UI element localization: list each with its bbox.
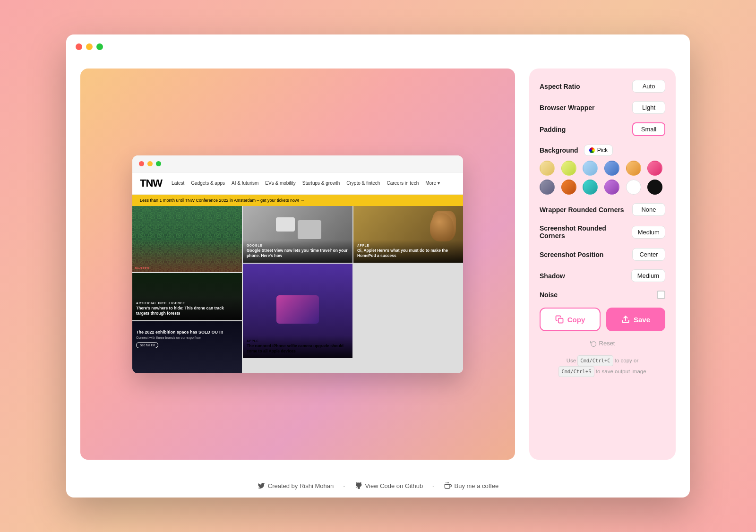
- minimize-button[interactable]: [86, 43, 93, 50]
- background-row-top: Background Pick: [540, 145, 665, 156]
- background-section: Background Pick: [540, 145, 665, 195]
- save-button[interactable]: Save: [606, 308, 665, 331]
- article-apple-man: APPLE Oi, Apple! Here's what you must do…: [353, 206, 463, 263]
- browser-wrapper-label: Browser Wrapper: [540, 104, 594, 112]
- background-label: Background: [540, 146, 578, 154]
- browser-mockup: TNW Latest Gadgets & apps AI & futurism …: [132, 155, 463, 373]
- color-swatch-12[interactable]: [647, 180, 662, 195]
- browser-website-content: TNW Latest Gadgets & apps AI & futurism …: [132, 172, 463, 373]
- color-swatch-11[interactable]: [626, 180, 641, 195]
- copy-label: Copy: [567, 316, 585, 324]
- coffee-icon: [444, 482, 452, 489]
- article-plants: 51.965%: [132, 206, 242, 272]
- color-swatch-4[interactable]: [604, 161, 619, 176]
- color-swatch-1[interactable]: [540, 161, 555, 176]
- apple-man-label: APPLE: [357, 244, 459, 247]
- shortcut-hints: Use Cmd/Ctrl+C to copy or Cmd/Ctrl+S to …: [540, 355, 665, 377]
- google-title: Google Street View now lets you 'time tr…: [247, 248, 349, 258]
- shadow-row: Shadow Medium: [540, 269, 665, 282]
- copy-button[interactable]: Copy: [540, 308, 601, 331]
- nav-more: More ▾: [425, 180, 440, 186]
- app-content: TNW Latest Gadgets & apps AI & futurism …: [66, 59, 690, 474]
- noise-checkbox[interactable]: [657, 291, 665, 299]
- screenshot-rounded-label: Screenshot Rounded Corners: [540, 224, 632, 240]
- shortcut-to-save: to save output image: [596, 369, 646, 374]
- macbook-title: The rumored iPhone selfie camera upgrade…: [247, 343, 349, 354]
- grid-col2: GOOGLE Google Street View now lets you '…: [243, 206, 352, 373]
- color-swatch-2[interactable]: [561, 161, 576, 176]
- nav-ai: AI & futurism: [232, 180, 258, 186]
- shortcut-use-text: Use: [567, 358, 576, 363]
- shortcut-cmd-s: Cmd/Ctrl+S: [558, 366, 594, 377]
- footer-twitter-link[interactable]: Created by Rishi Mohan: [258, 482, 334, 489]
- reset-button[interactable]: Reset: [590, 340, 615, 347]
- noise-label: Noise: [540, 291, 558, 299]
- browser-maximize: [156, 161, 161, 166]
- noise-row: Noise: [540, 291, 665, 299]
- maximize-button[interactable]: [96, 43, 103, 50]
- color-swatch-7[interactable]: [540, 180, 555, 195]
- article-macbook: APPLE The rumored iPhone selfie camera u…: [243, 264, 352, 358]
- shadow-control[interactable]: Medium: [631, 269, 665, 282]
- padding-row: Padding Small: [540, 122, 665, 136]
- padding-label: Padding: [540, 126, 566, 133]
- screenshot-position-control[interactable]: Center: [632, 248, 665, 261]
- color-palette: [540, 161, 665, 195]
- article-google: GOOGLE Google Street View now lets you '…: [243, 206, 352, 263]
- tnw-article-grid: 51.965% ARTIFICIAL INTELLIGENCE There's …: [132, 206, 463, 373]
- footer-buy-coffee: Buy me a coffee: [455, 482, 499, 489]
- traffic-lights: [76, 43, 103, 50]
- wrapper-rounded-control[interactable]: None: [632, 203, 665, 216]
- color-swatch-9[interactable]: [583, 180, 598, 195]
- article-drone: ARTIFICIAL INTELLIGENCE There's nowhere …: [132, 273, 242, 320]
- nav-gadgets: Gadgets & apps: [191, 180, 225, 186]
- screenshot-position-row: Screenshot Position Center: [540, 248, 665, 261]
- wrapper-rounded-label: Wrapper Rounded Corners: [540, 206, 624, 214]
- tnw-banner: Less than 1 month until TNW Conference 2…: [132, 195, 463, 206]
- footer-created-by: Created by Rishi Mohan: [268, 482, 334, 489]
- apple-man-overlay: APPLE Oi, Apple! Here's what you must do…: [353, 240, 463, 262]
- screenshot-position-label: Screenshot Position: [540, 251, 603, 258]
- close-button[interactable]: [76, 43, 82, 50]
- shadow-label: Shadow: [540, 272, 565, 280]
- footer-coffee-link[interactable]: Buy me a coffee: [444, 482, 499, 489]
- color-picker-icon: [589, 147, 595, 153]
- settings-panel: Aspect Ratio Auto Browser Wrapper Light …: [529, 69, 676, 460]
- browser-titlebar: [132, 155, 463, 172]
- copy-icon: [555, 315, 564, 324]
- nav-crypto: Crypto & fintech: [346, 180, 380, 186]
- svg-rect-0: [558, 318, 563, 323]
- action-buttons: Copy Save: [540, 308, 665, 331]
- aspect-ratio-control[interactable]: Auto: [632, 80, 665, 93]
- color-swatch-3[interactable]: [583, 161, 598, 176]
- shortcut-to-copy: to copy or: [615, 358, 639, 363]
- drone-overlay: ARTIFICIAL INTELLIGENCE There's nowhere …: [132, 298, 242, 320]
- title-bar: [66, 34, 690, 59]
- save-icon: [621, 315, 630, 324]
- drone-label: ARTIFICIAL INTELLIGENCE: [136, 301, 238, 305]
- drone-title: There's nowhere to hide: This drone can …: [136, 306, 238, 316]
- github-icon: [355, 482, 362, 489]
- tnw-logo: TNW: [140, 177, 162, 189]
- footer-github-link[interactable]: View Code on Github: [355, 482, 423, 489]
- color-swatch-6[interactable]: [647, 161, 662, 176]
- footer-sep1: -: [343, 482, 345, 489]
- padding-control[interactable]: Small: [632, 122, 665, 136]
- footer-view-code: View Code on Github: [365, 482, 423, 489]
- reset-row: Reset: [540, 340, 665, 347]
- shortcut-cmd-c: Cmd/Ctrl+C: [577, 355, 613, 366]
- browser-wrapper-row: Browser Wrapper Light: [540, 101, 665, 114]
- color-swatch-8[interactable]: [561, 180, 576, 195]
- color-swatch-10[interactable]: [604, 180, 619, 195]
- background-pick-button[interactable]: Pick: [584, 145, 613, 156]
- nav-careers: Careers in tech: [387, 180, 419, 186]
- browser-wrapper-control[interactable]: Light: [632, 101, 665, 114]
- color-swatch-5[interactable]: [626, 161, 641, 176]
- preview-area: TNW Latest Gadgets & apps AI & futurism …: [80, 69, 515, 460]
- google-label: GOOGLE: [247, 244, 349, 247]
- tnw-header: TNW Latest Gadgets & apps AI & futurism …: [132, 172, 463, 195]
- nav-evs: EVs & mobility: [265, 180, 295, 186]
- screenshot-rounded-control[interactable]: Medium: [632, 226, 665, 239]
- macbook-label: APPLE: [247, 339, 349, 343]
- wrapper-rounded-row: Wrapper Rounded Corners None: [540, 203, 665, 216]
